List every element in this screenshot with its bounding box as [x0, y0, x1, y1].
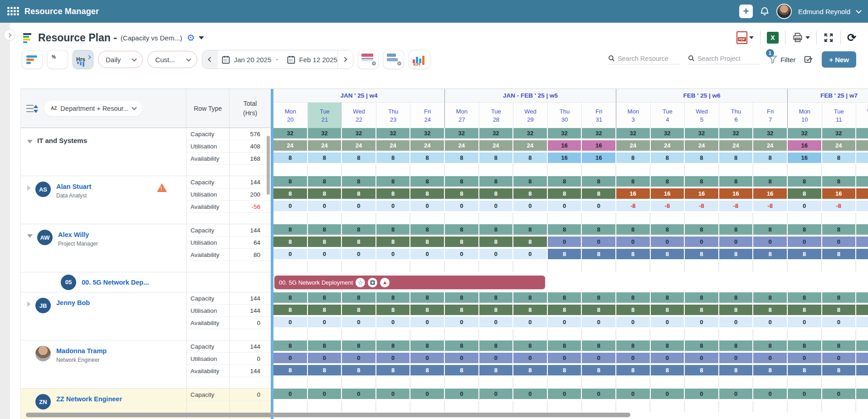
allocation-cell[interactable]: 8 — [308, 292, 341, 303]
allocation-cell[interactable]: 8 — [445, 224, 478, 235]
allocation-cell[interactable]: 0 — [410, 353, 444, 363]
pdf-options-caret-icon[interactable] — [749, 36, 754, 39]
star-icon[interactable]: ☆ — [356, 278, 365, 287]
allocation-cell[interactable]: 0 — [273, 249, 307, 259]
resource-name[interactable]: Alex Willy — [58, 231, 98, 239]
priority-triangle-icon[interactable]: ▲ — [380, 278, 390, 287]
allocation-cell[interactable]: 0 — [548, 317, 581, 327]
print-options-caret-icon[interactable] — [805, 36, 810, 39]
allocation-cell[interactable]: 0 — [273, 201, 307, 211]
allocation-cell[interactable]: 8 — [410, 153, 444, 163]
allocation-cell[interactable]: 32 — [342, 128, 375, 138]
allocation-cell[interactable]: 0 — [651, 389, 684, 399]
allocation-cell[interactable]: 8 — [856, 365, 868, 375]
allocation-cell[interactable]: 8 — [308, 176, 341, 187]
allocation-cell[interactable]: 0 — [719, 389, 753, 399]
new-button[interactable]: + New — [822, 51, 856, 68]
allocation-cell[interactable]: 8 — [376, 340, 410, 351]
allocation-cell[interactable]: 8 — [788, 340, 821, 351]
expander-toggle[interactable] — [27, 234, 33, 238]
allocation-cell[interactable]: 8 — [651, 224, 684, 235]
allocation-cell[interactable]: 0 — [445, 389, 478, 399]
allocation-cell[interactable]: 8 — [616, 153, 650, 163]
allocation-cell[interactable]: 0 — [685, 317, 718, 327]
allocation-cell[interactable]: 0 — [753, 389, 787, 399]
allocation-cell[interactable]: -8 — [719, 201, 753, 211]
resource-name[interactable]: Jenny Bob — [56, 299, 90, 307]
quick-add-button[interactable]: + — [739, 5, 753, 18]
notifications-bell-icon[interactable] — [759, 6, 770, 17]
allocation-cell[interactable]: 8 — [719, 249, 753, 259]
allocation-cell[interactable]: 0 — [616, 353, 650, 363]
allocation-cell[interactable]: 0 — [788, 317, 821, 327]
allocation-cell[interactable]: 8 — [582, 176, 615, 187]
allocation-cell[interactable]: 8 — [513, 365, 547, 375]
granularity-select[interactable]: Daily — [98, 51, 143, 68]
allocation-cell[interactable]: 8 — [719, 153, 753, 163]
allocation-cell[interactable]: 8 — [582, 365, 615, 375]
allocation-cell[interactable]: 8 — [856, 224, 868, 235]
allocation-cell[interactable]: -8 — [822, 201, 856, 211]
print-button[interactable] — [792, 32, 810, 44]
allocation-cell[interactable]: 8 — [685, 292, 718, 303]
allocation-cell[interactable]: 8 — [753, 249, 787, 259]
allocation-cell[interactable]: 0 — [273, 353, 307, 363]
allocation-cell[interactable]: 8 — [822, 340, 856, 351]
allocation-cell[interactable]: 8 — [513, 224, 547, 235]
allocation-cell[interactable]: 8 — [719, 305, 753, 315]
allocation-cell[interactable]: 8 — [273, 340, 307, 351]
allocation-cell[interactable]: 16 — [685, 188, 718, 199]
allocation-cell[interactable]: 0 — [582, 237, 615, 247]
allocation-cell[interactable]: 0 — [548, 201, 581, 211]
allocation-cell[interactable]: 0 — [651, 317, 684, 327]
bulk-edit-check-icon[interactable] — [804, 54, 814, 64]
allocation-cell[interactable]: 24 — [410, 140, 444, 151]
allocation-cell[interactable]: 8 — [822, 249, 856, 259]
allocation-cell[interactable]: 0 — [651, 237, 684, 247]
allocation-cell[interactable]: 8 — [342, 176, 375, 187]
allocation-cell[interactable]: -8 — [651, 201, 684, 211]
allocation-cell[interactable]: 8 — [582, 188, 615, 199]
allocation-cell[interactable]: 0 — [273, 317, 307, 327]
overallocation-warning-icon[interactable]: ! — [157, 183, 167, 192]
allocation-cell[interactable]: 0 — [273, 389, 307, 399]
allocation-cell[interactable]: 8 — [582, 292, 615, 303]
allocation-cell[interactable]: 8 — [342, 365, 375, 375]
allocation-cell[interactable]: 24 — [616, 140, 650, 151]
allocation-cell[interactable]: 8 — [548, 340, 581, 351]
allocation-cell[interactable]: 8 — [342, 340, 375, 351]
allocation-cell[interactable]: 8 — [273, 188, 307, 199]
allocation-cell[interactable]: 8 — [342, 292, 375, 303]
allocation-cell[interactable]: 24 — [376, 140, 410, 151]
allocation-cell[interactable]: 0 — [513, 353, 547, 363]
allocation-cell[interactable]: 8 — [822, 292, 856, 303]
search-project-input[interactable] — [697, 55, 756, 62]
allocation-cell[interactable]: 0 — [822, 389, 856, 399]
plan-settings-gear-icon[interactable]: ⚙ — [187, 33, 195, 42]
allocation-cell[interactable]: 0 — [445, 353, 478, 363]
allocation-cell[interactable]: 16 — [582, 140, 615, 151]
allocation-cell[interactable]: 0 — [376, 249, 410, 259]
allocation-cell[interactable]: 0 — [342, 353, 375, 363]
allocation-cell[interactable]: 24 — [445, 140, 478, 151]
allocation-cell[interactable]: 24 — [651, 140, 684, 151]
allocation-cell[interactable]: 0 — [513, 317, 547, 327]
allocation-cell[interactable]: 16 — [548, 140, 581, 151]
allocation-cell[interactable]: 8 — [445, 176, 478, 187]
allocation-cell[interactable]: 0 — [479, 201, 513, 211]
allocation-cell[interactable]: 8 — [410, 340, 444, 351]
allocation-cell[interactable]: 8 — [548, 176, 581, 187]
allocation-cell[interactable]: 8 — [753, 224, 787, 235]
allocation-cell[interactable]: 24 — [719, 140, 753, 151]
allocation-cell[interactable]: 32 — [651, 128, 684, 138]
allocation-cell[interactable]: 0 — [445, 201, 478, 211]
display-settings-button[interactable]: ⚙ — [383, 50, 404, 69]
allocation-cell[interactable]: 8 — [376, 237, 410, 247]
allocation-cell[interactable]: 32 — [445, 128, 478, 138]
allocation-cell[interactable]: 0 — [479, 389, 513, 399]
allocation-cell[interactable]: 0 — [410, 389, 444, 399]
allocation-cell[interactable]: 8 — [616, 340, 650, 351]
allocation-cell[interactable]: 8 — [479, 224, 513, 235]
allocation-cell[interactable]: 8 — [342, 188, 375, 199]
allocation-cell[interactable]: 0 — [548, 237, 581, 247]
